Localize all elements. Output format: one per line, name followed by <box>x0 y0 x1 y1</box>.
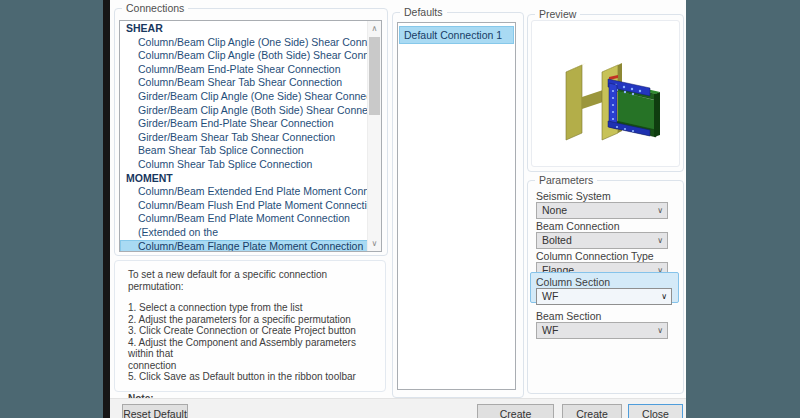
list-item-selected[interactable]: Column/Beam Flange Plate Moment Connecti… <box>120 240 368 253</box>
list-item[interactable]: Column/Beam Shear Tab Shear Connection <box>120 76 368 90</box>
beam-section-value: WF <box>542 324 558 336</box>
connections-group-title: Connections <box>122 2 188 15</box>
parameters-group-title: Parameters <box>535 174 597 187</box>
list-item[interactable]: Column/Beam Clip Angle (Both Side) Shear… <box>120 49 368 63</box>
beam-connection-value: Bolted <box>542 234 572 246</box>
column-section-value: WF <box>542 290 558 302</box>
defaults-group: Defaults Default Connection 1 <box>392 12 524 398</box>
instructions-panel: To set a new default for a specific conn… <box>114 260 386 392</box>
chevron-down-icon: ∨ <box>657 324 663 338</box>
seismic-system-label: Seismic System <box>536 190 611 202</box>
list-item-moment-header[interactable]: MOMENT <box>120 172 368 186</box>
scroll-up-icon[interactable]: ∧ <box>368 21 381 36</box>
beam-section-select[interactable]: WF ∨ <box>536 322 668 339</box>
column-section-select[interactable]: WF ∨ <box>536 288 672 305</box>
scrollbar-thumb[interactable] <box>369 37 380 115</box>
scroll-down-icon[interactable]: ∨ <box>368 236 381 251</box>
list-item[interactable]: Column/Beam End-Plate Shear Connection <box>120 63 368 77</box>
create-connection-button[interactable]: Create Connection <box>477 404 554 418</box>
column-connection-type-label: Column Connection Type <box>536 250 654 262</box>
defaults-group-title: Defaults <box>400 6 447 19</box>
connection-preview-3d <box>554 49 664 154</box>
instructions-steps: 1. Select a connection type from the lis… <box>128 302 372 383</box>
instructions-intro: To set a new default for a specific conn… <box>128 269 372 292</box>
list-item[interactable]: Girder/Beam Shear Tab Shear Connection <box>120 131 368 145</box>
connection-defaults-dialog: Connections SHEAR Column/Beam Clip Angle… <box>110 0 686 418</box>
instruction-step: 4. Adjust the Component and Assembly par… <box>128 337 372 372</box>
list-item-shear-header[interactable]: SHEAR <box>120 22 368 36</box>
beam-connection-select[interactable]: Bolted ∨ <box>536 232 668 249</box>
defaults-listbox[interactable]: Default Connection 1 <box>397 22 516 390</box>
chevron-down-icon: ∨ <box>657 234 663 248</box>
seismic-system-value: None <box>542 204 567 216</box>
list-item[interactable]: Girder/Beam Clip Angle (One Side) Shear … <box>120 90 368 104</box>
instruction-step: 1. Select a connection type from the lis… <box>128 302 372 314</box>
list-item[interactable]: Beam Shear Tab Splice Connection <box>120 144 368 158</box>
background-window-edge <box>103 0 110 418</box>
beam-connection-label: Beam Connection <box>536 220 619 232</box>
seismic-system-select[interactable]: None ∨ <box>536 202 668 219</box>
create-project-button[interactable]: Create Project <box>562 404 622 418</box>
close-button[interactable]: Close <box>628 404 683 418</box>
default-connection-item-selected[interactable]: Default Connection 1 <box>399 26 514 44</box>
list-item[interactable]: Girder/Beam End-Plate Shear Connection <box>120 117 368 131</box>
list-item[interactable]: Column Shear Tab Splice Connection <box>120 158 368 172</box>
column-section-label: Column Section <box>536 276 610 288</box>
list-item[interactable]: Column/Beam Clip Angle (One Side) Shear … <box>120 36 368 50</box>
reset-default-button[interactable]: Reset Default <box>122 404 188 418</box>
chevron-down-icon: ∨ <box>661 290 667 304</box>
list-item[interactable]: Column/Beam End Plate Moment Connection … <box>120 212 368 239</box>
list-item[interactable]: Column/Beam Extended End Plate Moment Co… <box>120 185 368 199</box>
preview-group: Preview <box>527 14 684 172</box>
preview-canvas <box>531 20 680 167</box>
connections-listbox[interactable]: SHEAR Column/Beam Clip Angle (One Side) … <box>119 20 382 252</box>
beam-section-label: Beam Section <box>536 310 601 322</box>
connections-scrollbar[interactable]: ∧ ∨ <box>367 21 381 251</box>
instruction-step: 2. Adjust the parameters for a specific … <box>128 314 372 326</box>
chevron-down-icon: ∨ <box>657 204 663 218</box>
connections-rows: SHEAR Column/Beam Clip Angle (One Side) … <box>120 22 368 252</box>
list-item[interactable]: Column/Beam Flush End Plate Moment Conne… <box>120 199 368 213</box>
list-item[interactable]: Girder/Beam Clip Angle (Both Side) Shear… <box>120 104 368 118</box>
instruction-step: 5. Click Save as Default button in the r… <box>128 371 372 383</box>
parameters-group: Parameters Seismic System None ∨ Beam Co… <box>527 180 684 394</box>
instruction-step: 3. Click Create Connection or Create Pro… <box>128 325 372 337</box>
connections-group: Connections SHEAR Column/Beam Clip Angle… <box>114 8 388 256</box>
